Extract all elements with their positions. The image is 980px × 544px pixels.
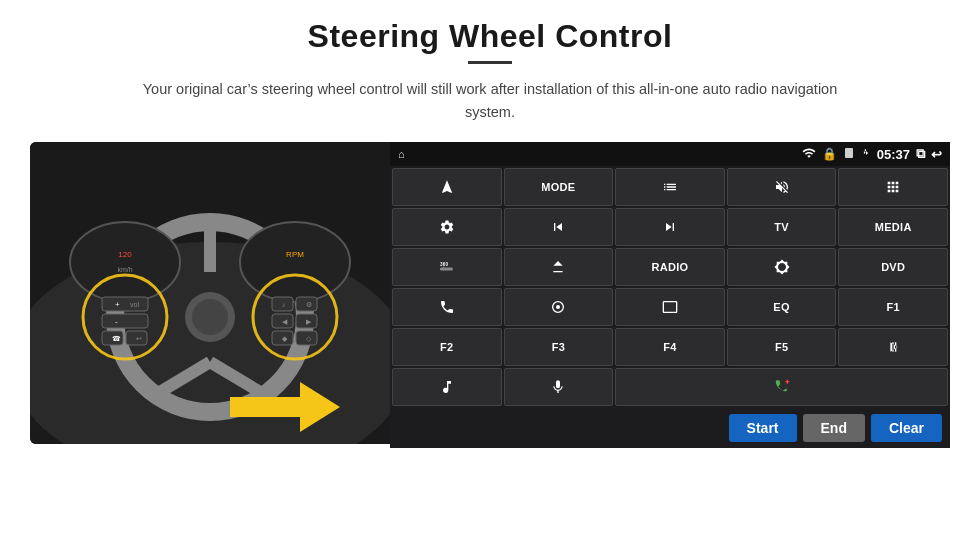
btn-media[interactable]: MEDIA [838,208,948,246]
btn-prev[interactable] [504,208,614,246]
btn-screen[interactable] [615,288,725,326]
window-icon[interactable]: ⧉ [916,146,925,162]
end-button[interactable]: End [803,414,865,442]
back-icon[interactable]: ↩ [931,147,942,162]
btn-f5[interactable]: F5 [727,328,837,366]
btn-tv[interactable]: TV [727,208,837,246]
svg-text:360: 360 [440,263,449,268]
btn-playpause[interactable] [838,328,948,366]
clear-button[interactable]: Clear [871,414,942,442]
svg-text:km/h: km/h [117,266,132,273]
page-subtitle: Your original car’s steering wheel contr… [140,78,840,124]
status-bar-left: ⌂ [398,148,405,160]
page-container: Steering Wheel Control Your original car… [0,0,980,544]
btn-settings[interactable] [392,208,502,246]
svg-text:vol: vol [130,301,139,308]
btn-hangup[interactable] [615,368,948,406]
svg-text:☎: ☎ [112,335,121,342]
btn-nav[interactable] [392,168,502,206]
svg-text:-: - [115,317,118,326]
clock-display: 05:37 [877,147,910,162]
btn-music[interactable] [392,368,502,406]
svg-rect-17 [102,314,148,328]
btn-eq[interactable]: EQ [727,288,837,326]
svg-text:⚙: ⚙ [306,301,312,308]
btn-f2[interactable]: F2 [392,328,502,366]
wifi-icon [802,146,816,163]
btn-dvd[interactable]: DVD [838,248,948,286]
btn-eject[interactable] [504,248,614,286]
btn-mic[interactable] [504,368,614,406]
page-title: Steering Wheel Control [308,18,673,55]
btn-mode[interactable]: MODE [504,168,614,206]
svg-point-8 [70,222,180,302]
btn-list[interactable] [615,168,725,206]
svg-text:RPM: RPM [286,250,304,259]
svg-point-11 [240,222,350,302]
svg-rect-14 [102,297,148,311]
btn-phone[interactable] [392,288,502,326]
btn-navi2[interactable] [504,288,614,326]
svg-text:120: 120 [118,250,132,259]
btn-360[interactable]: 360 [392,248,502,286]
button-grid: MODE TV [390,166,950,408]
svg-point-7 [192,299,228,335]
svg-rect-37 [845,148,853,158]
title-divider [468,61,512,64]
home-icon[interactable]: ⌂ [398,148,405,160]
btn-f4[interactable]: F4 [615,328,725,366]
radio-panel: ⌂ 🔒 05:37 ⧉ ↩ [390,142,950,448]
svg-text:+: + [115,300,120,309]
sim-icon [843,146,855,163]
svg-point-42 [556,305,560,309]
btn-apps[interactable] [838,168,948,206]
btn-next[interactable] [615,208,725,246]
svg-text:↩: ↩ [136,335,142,342]
svg-text:♪: ♪ [282,301,286,308]
content-row: 120 km/h RPM + vol - ☎ ↩ [30,142,950,448]
car-image: 120 km/h RPM + vol - ☎ ↩ [30,142,390,444]
svg-rect-39 [440,268,453,271]
btn-brightness[interactable] [727,248,837,286]
btn-mute[interactable] [727,168,837,206]
lock-icon: 🔒 [822,147,837,161]
btn-f1[interactable]: F1 [838,288,948,326]
status-bar: ⌂ 🔒 05:37 ⧉ ↩ [390,142,950,166]
bt-icon [861,146,871,163]
action-bar: Start End Clear [390,408,950,448]
status-bar-right: 🔒 05:37 ⧉ ↩ [802,146,942,163]
btn-f3[interactable]: F3 [504,328,614,366]
btn-radio[interactable]: RADIO [615,248,725,286]
start-button[interactable]: Start [729,414,797,442]
